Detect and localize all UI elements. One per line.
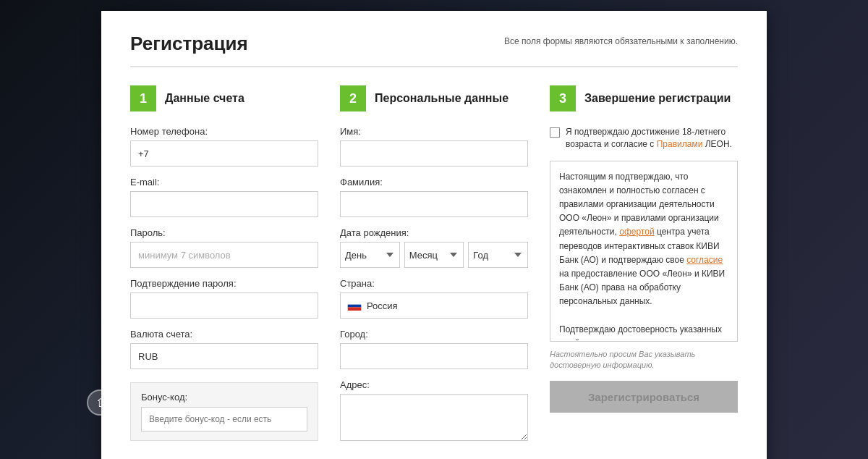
dob-label: Дата рождения: bbox=[340, 227, 528, 238]
disclaimer-text: Настоятельно просим Вас указывать достов… bbox=[550, 349, 738, 371]
age-confirm-checkbox[interactable] bbox=[550, 127, 560, 138]
currency-label: Валюта счета: bbox=[130, 329, 318, 340]
name-group: Имя: bbox=[340, 126, 528, 167]
step1-badge: 1 bbox=[130, 85, 156, 111]
oferta-link[interactable]: офертой bbox=[619, 227, 654, 237]
name-label: Имя: bbox=[340, 126, 528, 137]
step1-header: 1 Данные счета bbox=[130, 85, 318, 111]
surname-input[interactable] bbox=[340, 191, 528, 217]
dob-year-select[interactable]: Год bbox=[468, 242, 528, 268]
step2-header: 2 Персональные данные bbox=[340, 85, 528, 111]
soglasie-link[interactable]: согласие bbox=[686, 255, 723, 265]
terms-box[interactable]: Настоящим я подтверждаю, что ознакомлен … bbox=[550, 161, 738, 342]
city-label: Город: bbox=[340, 329, 528, 340]
country-input-wrapper bbox=[340, 292, 528, 319]
step2-title: Персональные данные bbox=[375, 92, 509, 105]
city-input[interactable] bbox=[340, 343, 528, 369]
age-confirm-row: Я подтверждаю достижение 18-летнего возр… bbox=[550, 126, 738, 151]
country-group: Страна: bbox=[340, 278, 528, 319]
email-label: E-mail: bbox=[130, 177, 318, 188]
email-input[interactable] bbox=[130, 191, 318, 217]
name-input[interactable] bbox=[340, 140, 528, 167]
svg-rect-2 bbox=[348, 307, 362, 311]
terms-text-2: Подтверждаю достоверность указанных мной… bbox=[559, 324, 722, 342]
currency-group: Валюта счета: bbox=[130, 329, 318, 369]
bonus-section: Бонус-код: bbox=[130, 382, 318, 441]
svg-rect-1 bbox=[348, 304, 362, 307]
registration-modal: Регистрация Все поля формы являются обяз… bbox=[101, 11, 767, 459]
scroll-top-button[interactable]: ⇧ bbox=[87, 389, 113, 416]
confirm-password-input[interactable] bbox=[130, 292, 318, 319]
russia-flag-icon bbox=[347, 300, 362, 311]
step3-badge: 3 bbox=[550, 85, 576, 111]
step2-badge: 2 bbox=[340, 85, 366, 111]
step1-column: 1 Данные счета Номер телефона: E-mail: П… bbox=[130, 85, 340, 454]
dob-row: День Месяц Год bbox=[340, 242, 528, 268]
required-note: Все поля формы являются обязательными к … bbox=[504, 36, 738, 46]
address-group: Адрес: bbox=[340, 379, 528, 444]
steps-container: 1 Данные счета Номер телефона: E-mail: П… bbox=[130, 85, 738, 454]
step1-title: Данные счета bbox=[165, 92, 244, 105]
modal-header: Регистрация Все поля формы являются обяз… bbox=[130, 33, 738, 67]
confirm-password-label: Подтверждение пароля: bbox=[130, 278, 318, 289]
password-group: Пароль: bbox=[130, 227, 318, 268]
step3-header: 3 Завершение регистрации bbox=[550, 85, 738, 111]
chevron-up-icon: ⇧ bbox=[95, 396, 105, 410]
dob-month-select[interactable]: Месяц bbox=[404, 242, 464, 268]
confirm-password-group: Подтверждение пароля: bbox=[130, 278, 318, 319]
currency-input[interactable] bbox=[130, 343, 318, 369]
address-label: Адрес: bbox=[340, 379, 528, 390]
password-label: Пароль: bbox=[130, 227, 318, 238]
modal-title: Регистрация bbox=[130, 33, 248, 55]
bonus-label: Бонус-код: bbox=[141, 392, 307, 403]
register-button[interactable]: Зарегистрироваться bbox=[550, 381, 738, 413]
country-input[interactable] bbox=[340, 292, 528, 319]
phone-group: Номер телефона: bbox=[130, 126, 318, 167]
address-textarea[interactable] bbox=[340, 394, 528, 441]
step3-title: Завершение регистрации bbox=[584, 92, 731, 105]
dob-group: Дата рождения: День Месяц Год bbox=[340, 227, 528, 268]
phone-input[interactable] bbox=[130, 140, 318, 167]
bonus-input[interactable] bbox=[141, 407, 307, 431]
country-label: Страна: bbox=[340, 278, 528, 289]
step2-column: 2 Персональные данные Имя: Фамилия: Дата… bbox=[340, 85, 550, 454]
rules-link[interactable]: Правилами bbox=[657, 139, 703, 149]
email-group: E-mail: bbox=[130, 177, 318, 217]
checkbox-suffix: ЛЕОН. bbox=[702, 139, 732, 149]
step3-column: 3 Завершение регистрации Я подтверждаю д… bbox=[550, 85, 738, 454]
age-confirm-label: Я подтверждаю достижение 18-летнего возр… bbox=[566, 126, 738, 151]
phone-label: Номер телефона: bbox=[130, 126, 318, 137]
surname-label: Фамилия: bbox=[340, 177, 528, 188]
terms-text: Настоящим я подтверждаю, что ознакомлен … bbox=[559, 172, 725, 307]
dob-day-select[interactable]: День bbox=[340, 242, 400, 268]
password-input[interactable] bbox=[130, 242, 318, 268]
city-group: Город: bbox=[340, 329, 528, 369]
svg-rect-0 bbox=[348, 301, 362, 305]
surname-group: Фамилия: bbox=[340, 177, 528, 217]
